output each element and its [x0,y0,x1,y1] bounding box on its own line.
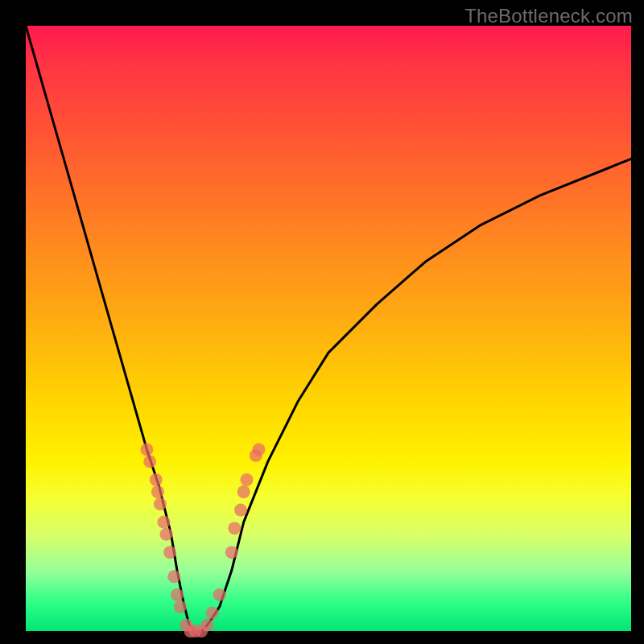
data-point [237,485,250,498]
data-point [167,570,180,583]
data-point [150,473,163,486]
data-point [171,588,184,601]
data-point [160,528,173,541]
data-point [201,619,214,632]
data-point [158,516,171,529]
data-point [143,455,156,468]
chart-frame: TheBottleneck.com [0,0,644,644]
data-point [225,546,238,559]
data-point [154,497,167,510]
chart-svg [0,0,644,644]
bottleneck-curve [26,26,631,631]
data-point [163,546,176,559]
data-point [253,443,266,456]
data-point [213,588,226,601]
data-point [206,606,219,619]
data-point [228,522,241,535]
data-point [151,485,164,498]
data-point [234,504,247,517]
data-point [241,473,254,486]
watermark-label: TheBottleneck.com [464,5,633,27]
data-point [140,443,153,456]
data-point [174,601,187,613]
